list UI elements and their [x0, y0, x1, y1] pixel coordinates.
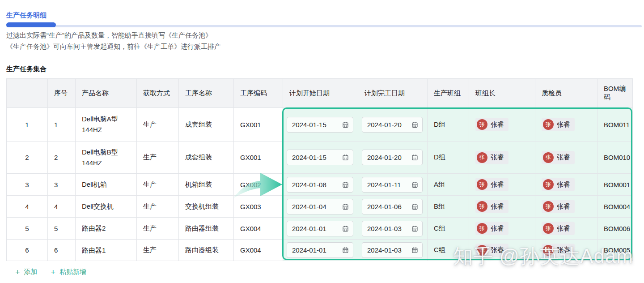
leader-cell: 张 张睿	[469, 142, 535, 174]
header-leader: 班组长	[469, 79, 535, 108]
member-name: 张睿	[491, 153, 504, 162]
add-row-label: 添加	[24, 268, 38, 276]
date-value: 2024-01-06	[367, 203, 402, 210]
product-name-cell: 路由器2	[76, 218, 137, 240]
end-date-picker[interactable]: 2024-01-20	[362, 150, 423, 165]
seq-cell: 3	[48, 174, 76, 196]
end-date-cell: 2024-01-03	[358, 218, 428, 240]
method-cell: 生产	[137, 240, 179, 261]
date-value: 2024-01-15	[292, 154, 326, 161]
table-footer-actions: + 添加 + 粘贴新增	[15, 268, 86, 276]
member-name: 张睿	[557, 224, 570, 233]
team-cell: B组	[428, 196, 469, 218]
method-cell: 生产	[137, 196, 179, 218]
process-name-cell: 机箱组装	[179, 174, 234, 196]
header-product-name: 产品名称	[76, 79, 137, 108]
header-inspector: 质检员	[535, 79, 597, 108]
start-date-cell: 2024-01-15	[283, 142, 358, 174]
row-index-cell: 3	[7, 174, 48, 196]
avatar: 张	[477, 152, 487, 163]
avatar: 张	[477, 119, 487, 130]
end-date-picker[interactable]: 2024-01-11	[362, 177, 423, 193]
section-title: 生产任务集合	[6, 65, 47, 73]
process-code-cell: GX004	[234, 218, 283, 240]
seq-cell: 4	[48, 196, 76, 218]
bom-code-cell: BOM010	[597, 142, 633, 174]
leader-member-chip[interactable]: 张 张睿	[475, 118, 508, 131]
process-code-cell: GX001	[234, 142, 283, 174]
seq-cell: 5	[48, 218, 76, 240]
inspector-member-chip[interactable]: 张 张睿	[542, 178, 575, 191]
table-row: 4 4 Dell交换机 生产 交换机组装 GX003 2024-01-04 20…	[7, 196, 633, 218]
row-index-cell: 5	[7, 218, 48, 240]
method-cell: 生产	[137, 108, 179, 142]
inspector-member-chip[interactable]: 张 张睿	[542, 200, 575, 213]
description: 过滤出实际需“生产”的产品及数量，智能助手直接填写《生产任务池》 《生产任务池》…	[6, 30, 221, 52]
header-process-code: 工序编码	[234, 79, 283, 108]
inspector-cell: 张 张睿	[535, 218, 597, 240]
calendar-icon	[342, 181, 349, 188]
add-row-button[interactable]: + 添加	[15, 268, 38, 276]
table-header-row: 序号 产品名称 获取方式 工序名称 工序编码 计划开始日期 计划完工日期 生产班…	[7, 79, 633, 108]
leader-member-chip[interactable]: 张 张睿	[475, 151, 508, 164]
inspector-member-chip[interactable]: 张 张睿	[542, 118, 575, 131]
header-team: 生产班组	[428, 79, 469, 108]
product-name-cell: Dell交换机	[76, 196, 137, 218]
leader-member-chip[interactable]: 张 张睿	[475, 200, 508, 213]
header-process-name: 工序名称	[179, 79, 234, 108]
paste-add-label: 粘贴新增	[59, 268, 86, 276]
production-task-table: 序号 产品名称 获取方式 工序名称 工序编码 计划开始日期 计划完工日期 生产班…	[6, 78, 633, 261]
product-name-cell: 路由器1	[76, 240, 137, 261]
member-name: 张睿	[491, 180, 504, 189]
leader-member-chip[interactable]: 张 张睿	[475, 222, 508, 235]
header-start-date: 计划开始日期	[283, 79, 358, 108]
start-date-cell: 2024-01-15	[283, 108, 358, 142]
avatar: 张	[477, 179, 487, 190]
inspector-member-chip[interactable]: 张 张睿	[542, 222, 575, 235]
tab-production-task-detail[interactable]: 生产任务明细	[6, 11, 47, 20]
inspector-member-chip[interactable]: 张 张睿	[542, 151, 575, 164]
process-name-cell: 交换机组装	[179, 196, 234, 218]
product-name-cell: Dell电脑A型 144HZ	[76, 108, 137, 142]
paste-add-button[interactable]: + 粘贴新增	[51, 268, 87, 276]
member-name: 张睿	[557, 202, 570, 211]
calendar-icon	[342, 203, 349, 210]
process-code-cell: GX001	[234, 108, 283, 142]
start-date-picker[interactable]: 2024-01-08	[287, 177, 353, 193]
date-value: 2024-01-20	[367, 121, 402, 129]
end-date-picker[interactable]: 2024-01-03	[362, 221, 423, 236]
calendar-icon	[342, 154, 349, 161]
avatar: 张	[543, 223, 554, 234]
seq-cell: 2	[48, 142, 76, 174]
end-date-picker[interactable]: 2024-01-03	[362, 242, 423, 258]
start-date-cell: 2024-01-08	[283, 174, 358, 196]
avatar: 张	[477, 201, 487, 212]
leader-cell: 张 张睿	[469, 196, 535, 218]
end-date-picker[interactable]: 2024-01-06	[362, 199, 423, 214]
row-index-cell: 4	[7, 196, 48, 218]
start-date-picker[interactable]: 2024-01-01	[287, 242, 353, 258]
leader-member-chip[interactable]: 张 张睿	[475, 178, 508, 191]
calendar-icon	[411, 154, 418, 161]
table-row: 3 3 Dell机箱 生产 机箱组装 GX002 2024-01-08 2024…	[7, 174, 633, 196]
inspector-cell: 张 张睿	[535, 196, 597, 218]
row-index-cell: 2	[7, 142, 48, 174]
team-cell: A组	[428, 174, 469, 196]
member-name: 张睿	[491, 120, 504, 129]
inspector-cell: 张 张睿	[535, 142, 597, 174]
date-value: 2024-01-01	[292, 225, 326, 232]
leader-cell: 张 张睿	[469, 218, 535, 240]
team-cell: C组	[428, 218, 469, 240]
process-name-cell: 路由器组装	[179, 240, 234, 261]
start-date-picker[interactable]: 2024-01-04	[287, 199, 353, 214]
start-date-picker[interactable]: 2024-01-15	[287, 117, 353, 133]
start-date-picker[interactable]: 2024-01-15	[287, 150, 353, 165]
end-date-picker[interactable]: 2024-01-20	[362, 117, 423, 133]
tab-bar	[0, 22, 644, 27]
table-row: 2 2 Dell电脑B型 144HZ 生产 成套组装 GX001 2024-01…	[7, 142, 633, 174]
date-value: 2024-01-03	[367, 246, 402, 254]
calendar-icon	[342, 121, 349, 128]
header-bom-code: BOM编码	[597, 79, 633, 108]
avatar: 张	[543, 201, 554, 212]
start-date-picker[interactable]: 2024-01-01	[287, 221, 353, 236]
